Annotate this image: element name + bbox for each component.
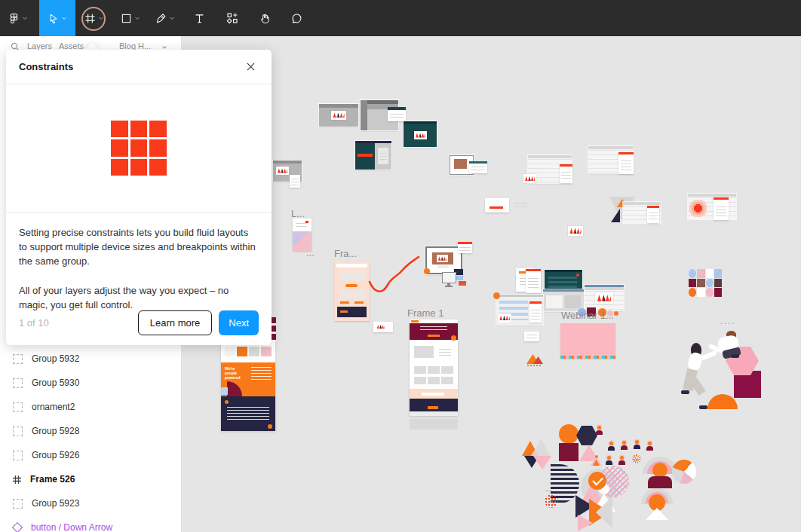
triangle-shape[interactable]: [533, 456, 551, 469]
decoration: [414, 377, 426, 384]
layer-row-ornament2[interactable]: ornament2: [0, 395, 181, 419]
monitor-illustration[interactable]: [442, 269, 469, 289]
canvas-label[interactable]: ....: [720, 316, 735, 326]
placeholder-block[interactable]: [410, 419, 458, 430]
logo-sticker: [376, 323, 386, 330]
canvas-label[interactable]: L...: [291, 208, 305, 219]
canvas-frame-webinar[interactable]: [560, 323, 615, 359]
layer-row-group-5923[interactable]: Group 5923: [0, 491, 181, 515]
canvas-thumbnail[interactable]: [293, 219, 312, 251]
check-badge: [588, 472, 606, 490]
avatar-icon[interactable]: [606, 456, 612, 465]
frame-tool-button[interactable]: [75, 0, 113, 36]
canvas-thumbnail[interactable]: [524, 332, 539, 341]
text-tool-button[interactable]: [183, 0, 216, 36]
logo-triangles[interactable]: [526, 350, 544, 367]
rectangle-tool-icon: [121, 13, 132, 24]
canvas-thumbnail[interactable]: [373, 322, 393, 332]
mountain-icon[interactable]: [591, 455, 602, 466]
canvas-thumbnail[interactable]: [485, 198, 509, 212]
chevron-down-icon: [61, 15, 67, 21]
pen-tool-button[interactable]: [148, 0, 183, 36]
figma-menu-icon: [8, 13, 20, 24]
mosaic-tile: [697, 288, 704, 297]
layer-row-group-5928[interactable]: Group 5928: [0, 419, 181, 443]
resources-tool-button[interactable]: [216, 0, 249, 36]
canvas-label[interactable]: ...: [306, 247, 315, 258]
mosaic-tile: [714, 279, 722, 288]
canvas-frame-1[interactable]: [410, 320, 458, 416]
canvas-thumbnail[interactable]: [355, 141, 391, 170]
decoration: [339, 271, 365, 281]
layer-row-group-5930[interactable]: Group 5930: [0, 371, 181, 395]
mosaic-grid[interactable]: [689, 269, 722, 297]
decoration: [336, 264, 367, 268]
avatar-icon[interactable]: [634, 440, 640, 449]
canvas-frame[interactable]: [334, 261, 370, 321]
logo-sticker: [498, 313, 511, 323]
hand-tool-button[interactable]: [249, 0, 281, 36]
footer-section: [410, 399, 458, 411]
canvas-thumbnail[interactable]: [585, 285, 624, 310]
sunburst-icon[interactable]: [632, 454, 641, 463]
layer-row-button-down-arrow[interactable]: button / Down Arrow: [0, 515, 181, 532]
logo-sticker[interactable]: [568, 226, 583, 236]
layer-row-group-5932[interactable]: Group 5932: [0, 347, 181, 371]
canvas-label[interactable]: Fra...: [334, 248, 357, 259]
modal-footer: 1 of 10 Learn more Next: [19, 310, 259, 335]
avatar-icon[interactable]: [621, 441, 628, 450]
main-menu-button[interactable]: [0, 0, 36, 36]
people-illustration[interactable]: [681, 330, 764, 414]
decoration: [560, 164, 572, 183]
resources-tool-icon: [226, 12, 238, 24]
avatar-icon[interactable]: [618, 456, 625, 465]
avatar-icon[interactable]: [646, 442, 653, 451]
avatar-icon[interactable]: [608, 442, 615, 451]
decoration: [445, 286, 453, 287]
canvas-thumbnail[interactable]: [458, 242, 472, 253]
shape-tool-button[interactable]: [113, 0, 148, 36]
hexagon-shape[interactable]: [576, 426, 597, 445]
move-tool-button[interactable]: [39, 0, 75, 36]
pie-icon[interactable]: [672, 460, 696, 484]
text-block[interactable]: [511, 200, 529, 211]
hand-tool-icon: [259, 13, 271, 24]
canvas-label[interactable]: ...: [545, 484, 552, 493]
footer-section: [221, 396, 275, 431]
next-button[interactable]: Next: [219, 310, 259, 335]
circle-shape[interactable]: [559, 424, 578, 444]
canvas-thumbnail[interactable]: [290, 175, 300, 188]
layer-label: Frame 526: [30, 474, 75, 485]
decoration: [428, 377, 440, 384]
canvas-thumbnail[interactable]: [588, 146, 634, 173]
close-button[interactable]: [242, 59, 259, 75]
squiggle-vector[interactable]: [367, 255, 422, 294]
square-shape[interactable]: [559, 443, 578, 461]
canvas-thumbnail[interactable]: [609, 197, 662, 225]
avatar-icon[interactable]: [596, 426, 603, 435]
comment-tool-button[interactable]: [281, 0, 312, 36]
canvas-thumbnail[interactable]: [496, 295, 543, 325]
tooltip-card[interactable]: [388, 107, 406, 121]
tooltip-card[interactable]: [469, 161, 487, 173]
canvas-thumbnail[interactable]: [404, 121, 437, 147]
layer-row-group-5926[interactable]: Group 5926: [0, 443, 181, 467]
decoration: [428, 366, 440, 374]
learn-more-button[interactable]: Learn more: [138, 310, 212, 335]
avatar-badge[interactable]: [640, 488, 674, 520]
decoration: [529, 301, 542, 323]
layer-row-frame-526[interactable]: Frame 526: [0, 467, 181, 491]
dotted-circle[interactable]: [545, 494, 558, 508]
logo-sticker: [437, 255, 448, 262]
canvas-thumbnail[interactable]: [688, 194, 736, 221]
canvas-thumbnail[interactable]: [528, 155, 572, 183]
chevron-down-icon: [169, 15, 175, 21]
move-tool-icon: [48, 13, 59, 24]
canvas-thumbnail[interactable]: [319, 104, 358, 127]
canvas-label[interactable]: Frame 1: [407, 307, 443, 319]
decoration: [353, 290, 365, 299]
canvas-label[interactable]: Webinar 1...: [561, 310, 614, 321]
pen-tool-icon: [155, 13, 167, 24]
canvas-thumbnail[interactable]: [526, 269, 541, 293]
canvas-thumbnail[interactable]: [543, 289, 584, 311]
